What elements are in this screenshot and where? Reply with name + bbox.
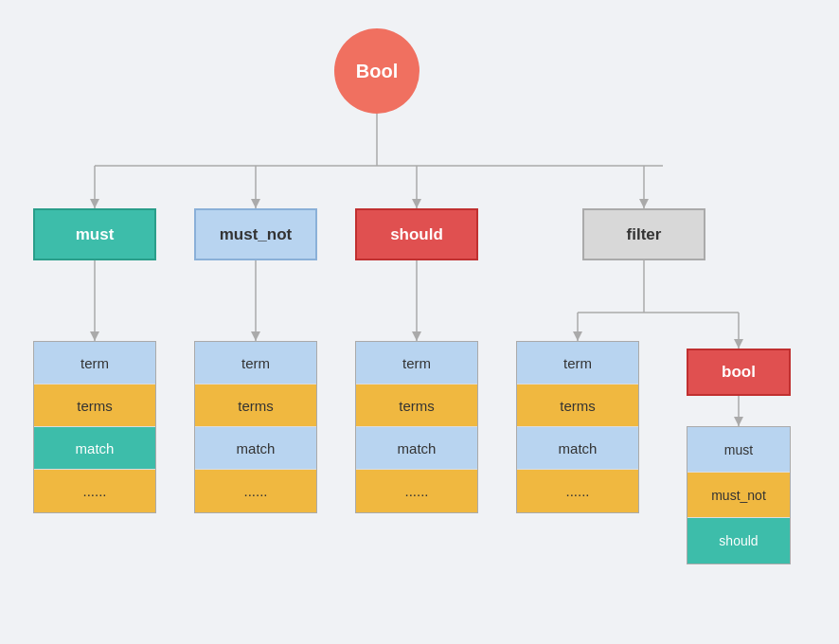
leaf-row-term-2: term bbox=[195, 342, 316, 385]
leaf-row-dots-3: ...... bbox=[356, 470, 477, 512]
bool-small-label: bool bbox=[722, 363, 756, 382]
svg-marker-20 bbox=[573, 331, 582, 341]
svg-marker-15 bbox=[412, 331, 421, 341]
leaf-row-match-2: match bbox=[195, 427, 316, 470]
leaf-row-term-3: term bbox=[356, 342, 477, 385]
should-node: should bbox=[355, 208, 478, 260]
leaf-row-term-1: term bbox=[34, 342, 155, 385]
leaf-card-must-not: term terms match ...... bbox=[194, 341, 317, 513]
svg-marker-13 bbox=[251, 331, 260, 341]
leaf-row-terms-3: terms bbox=[356, 385, 477, 427]
root-label: Bool bbox=[356, 61, 398, 82]
leaf-row-terms-4: terms bbox=[517, 385, 638, 427]
leaf-row-must-not-nested: must_not bbox=[687, 473, 790, 518]
diagram: Bool must must_not should filter term te… bbox=[0, 0, 839, 644]
must-label: must bbox=[76, 225, 115, 244]
leaf-row-terms-2: terms bbox=[195, 385, 316, 427]
leaf-card-bool-children: must must_not should bbox=[687, 426, 791, 564]
filter-node: filter bbox=[582, 208, 705, 260]
leaf-row-terms-1: terms bbox=[34, 385, 155, 427]
leaf-row-match-1: match bbox=[34, 427, 155, 470]
leaf-row-match-4: match bbox=[517, 427, 638, 470]
leaf-row-should-nested: should bbox=[687, 518, 790, 564]
svg-marker-8 bbox=[412, 199, 421, 208]
filter-label: filter bbox=[627, 225, 662, 244]
leaf-row-term-4: term bbox=[517, 342, 638, 385]
leaf-row-must-nested: must bbox=[687, 427, 790, 473]
leaf-row-match-3: match bbox=[356, 427, 477, 470]
leaf-card-filter: term terms match ...... bbox=[516, 341, 639, 513]
svg-marker-7 bbox=[251, 199, 260, 208]
leaf-row-dots-2: ...... bbox=[195, 470, 316, 512]
root-bool-node: Bool bbox=[334, 28, 420, 114]
svg-marker-23 bbox=[734, 417, 743, 426]
must-node: must bbox=[33, 208, 156, 260]
leaf-card-must: term terms match ...... bbox=[33, 341, 156, 513]
svg-marker-21 bbox=[734, 339, 743, 349]
must-not-label: must_not bbox=[220, 225, 293, 244]
bool-small-node: bool bbox=[687, 349, 791, 396]
svg-marker-6 bbox=[90, 199, 99, 208]
leaf-card-should: term terms match ...... bbox=[355, 341, 478, 513]
svg-marker-9 bbox=[639, 199, 649, 208]
svg-marker-11 bbox=[90, 331, 99, 341]
should-label: should bbox=[390, 225, 443, 244]
must-not-node: must_not bbox=[194, 208, 317, 260]
leaf-row-dots-1: ...... bbox=[34, 470, 155, 512]
leaf-row-dots-4: ...... bbox=[517, 470, 638, 512]
